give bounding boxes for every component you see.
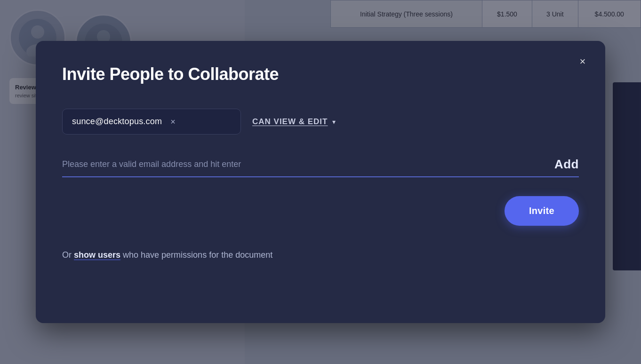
show-users-link[interactable]: show users (74, 250, 120, 260)
invite-modal: × Invite People to Collaborate sunce@dec… (36, 41, 605, 323)
email-tag-text: sunce@decktopus.com (72, 117, 162, 127)
footer-suffix: who have permissions for the document (120, 250, 272, 260)
modal-close-button[interactable]: × (573, 52, 592, 71)
invite-button[interactable]: Invite (505, 196, 579, 226)
email-input[interactable] (62, 159, 547, 169)
modal-title: Invite People to Collaborate (62, 64, 579, 84)
permission-label: CAN VIEW & EDIT (252, 117, 328, 127)
chevron-down-icon: ▾ (332, 118, 336, 126)
modal-overlay: × Invite People to Collaborate sunce@dec… (0, 0, 641, 364)
permission-dropdown[interactable]: CAN VIEW & EDIT ▾ (252, 117, 336, 127)
add-button[interactable]: Add (547, 157, 579, 172)
footer-prefix: Or (62, 250, 74, 260)
email-tag-row: sunce@decktopus.com × CAN VIEW & EDIT ▾ (62, 109, 579, 135)
email-tag-close-icon[interactable]: × (170, 118, 176, 126)
close-icon: × (580, 55, 586, 68)
email-input-row: Add (62, 157, 579, 177)
email-tag: sunce@decktopus.com × (62, 109, 241, 135)
footer-text: Or show users who have permissions for t… (62, 250, 579, 260)
invite-button-row: Invite (62, 196, 579, 226)
